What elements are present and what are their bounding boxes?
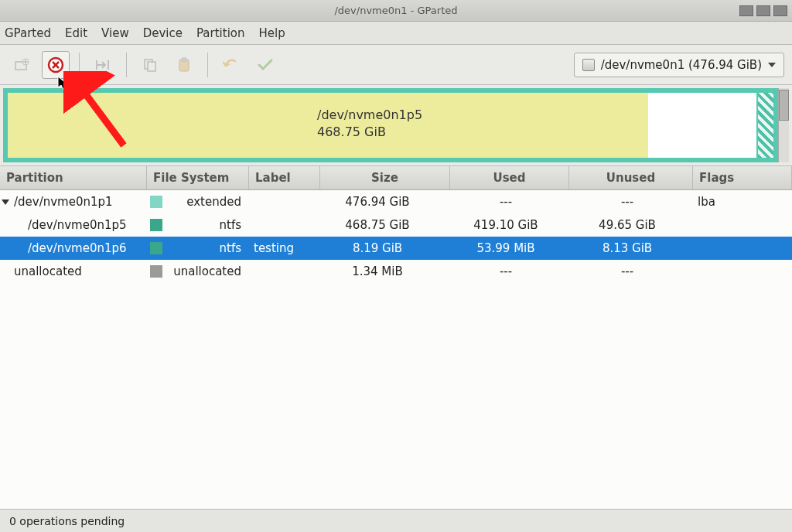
cell-filesystem: extended (147, 195, 249, 209)
filesystem-swatch-icon (150, 196, 162, 208)
filesystem-swatch-icon (150, 219, 162, 231)
apply-icon (257, 58, 274, 72)
cell-filesystem: ntfs (147, 218, 249, 232)
toolbar-separator (126, 53, 127, 77)
partition-graph-main: /dev/nvme0n1p5 468.75 GiB (8, 93, 756, 158)
cell-used: 419.10 GiB (450, 218, 569, 232)
partition-row[interactable]: /dev/nvme0n1p5ntfs468.75 GiB419.10 GiB49… (0, 213, 792, 237)
disk-icon (582, 59, 595, 71)
paste-button[interactable] (170, 51, 198, 79)
maximize-button[interactable] (756, 5, 770, 16)
partition-graph-area: /dev/nvme0n1p5 468.75 GiB (0, 85, 792, 165)
partition-name: /dev/nvme0n1p6 (28, 241, 127, 255)
window-controls (739, 5, 787, 16)
cell-size: 476.94 GiB (320, 195, 450, 209)
menu-view[interactable]: View (101, 26, 129, 40)
col-unused[interactable]: Unused (569, 166, 693, 189)
menu-device[interactable]: Device (143, 26, 183, 40)
device-selector-label: /dev/nvme0n1 (476.94 GiB) (601, 58, 762, 72)
cell-partition: unallocated (0, 264, 147, 278)
resize-icon (94, 57, 111, 73)
delete-partition-button[interactable] (42, 51, 70, 79)
cell-flags: lba (693, 195, 792, 209)
partition-graph[interactable]: /dev/nvme0n1p5 468.75 GiB (3, 88, 778, 162)
filesystem-text: extended (186, 195, 249, 209)
menu-help[interactable]: Help (259, 26, 285, 40)
partition-free-region (648, 93, 756, 158)
undo-button[interactable] (217, 51, 245, 79)
cell-label: testing (249, 241, 320, 255)
cell-filesystem: ntfs (147, 241, 249, 255)
partition-name: unallocated (14, 264, 82, 278)
cell-unused: --- (569, 264, 693, 278)
chevron-down-icon (768, 63, 776, 67)
menu-edit[interactable]: Edit (65, 26, 87, 40)
menu-partition[interactable]: Partition (196, 26, 245, 40)
partition-graph-label: /dev/nvme0n1p5 468.75 GiB (317, 107, 422, 142)
new-partition-button[interactable] (8, 51, 36, 79)
cell-filesystem: unallocated (147, 264, 249, 278)
col-used[interactable]: Used (450, 166, 569, 189)
svg-rect-10 (182, 58, 186, 61)
filesystem-text: ntfs (220, 241, 249, 255)
svg-rect-8 (148, 62, 155, 71)
undo-icon (223, 58, 240, 72)
resize-move-button[interactable] (89, 51, 117, 79)
cell-size: 468.75 GiB (320, 218, 450, 232)
statusbar: 0 operations pending (0, 509, 792, 532)
window-titlebar: /dev/nvme0n1 - GParted (0, 0, 792, 22)
cell-used: --- (450, 264, 569, 278)
filesystem-swatch-icon (150, 265, 162, 278)
expander-icon[interactable] (2, 200, 9, 205)
partition-table-body: /dev/nvme0n1p1extended476.94 GiB------lb… (0, 190, 792, 509)
filesystem-swatch-icon (150, 242, 162, 254)
device-selector[interactable]: /dev/nvme0n1 (476.94 GiB) (574, 53, 784, 77)
graph-scrollbar[interactable] (778, 88, 789, 162)
cell-unused: 49.65 GiB (569, 218, 693, 232)
cell-partition: /dev/nvme0n1p5 (0, 218, 147, 232)
delete-icon (47, 56, 64, 73)
cell-size: 8.19 GiB (320, 241, 450, 255)
menu-gparted[interactable]: GParted (5, 26, 51, 40)
partition-name: /dev/nvme0n1p1 (14, 195, 113, 209)
cell-unused: 8.13 GiB (569, 241, 693, 255)
window-title: /dev/nvme0n1 - GParted (334, 5, 457, 16)
minimize-button[interactable] (739, 5, 753, 16)
filesystem-text: unallocated (173, 264, 249, 278)
partition-row[interactable]: /dev/nvme0n1p6ntfstesting8.19 GiB53.99 M… (0, 237, 792, 260)
menubar: GParted Edit View Device Partition Help (0, 22, 792, 45)
scroll-thumb[interactable] (779, 90, 789, 121)
filesystem-text: ntfs (220, 218, 249, 232)
paste-icon (176, 57, 192, 73)
cell-used: 53.99 MiB (450, 241, 569, 255)
col-flags[interactable]: Flags (693, 166, 792, 189)
toolbar-separator (207, 53, 208, 77)
graph-partition-name: /dev/nvme0n1p5 (317, 107, 422, 124)
cell-unused: --- (569, 195, 693, 209)
copy-icon (142, 57, 158, 73)
cell-size: 1.34 MiB (320, 264, 450, 278)
graph-partition-size: 468.75 GiB (317, 124, 422, 141)
col-label[interactable]: Label (249, 166, 320, 189)
partition-row[interactable]: unallocatedunallocated1.34 MiB------ (0, 260, 792, 283)
partition-table-header: Partition File System Label Size Used Un… (0, 165, 792, 190)
partition-graph-tail (756, 93, 773, 158)
close-window-button[interactable] (773, 5, 787, 16)
apply-button[interactable] (251, 51, 279, 79)
status-text: 0 operations pending (9, 515, 125, 527)
col-partition[interactable]: Partition (0, 166, 147, 189)
col-filesystem[interactable]: File System (147, 166, 249, 189)
copy-button[interactable] (136, 51, 164, 79)
cell-used: --- (450, 195, 569, 209)
toolbar: /dev/nvme0n1 (476.94 GiB) (0, 45, 792, 85)
partition-row[interactable]: /dev/nvme0n1p1extended476.94 GiB------lb… (0, 190, 792, 213)
toolbar-separator (79, 53, 80, 77)
new-icon (14, 57, 29, 73)
cell-partition: /dev/nvme0n1p1 (0, 195, 147, 209)
partition-name: /dev/nvme0n1p5 (28, 218, 127, 232)
cell-partition: /dev/nvme0n1p6 (0, 241, 147, 255)
col-size[interactable]: Size (320, 166, 450, 189)
